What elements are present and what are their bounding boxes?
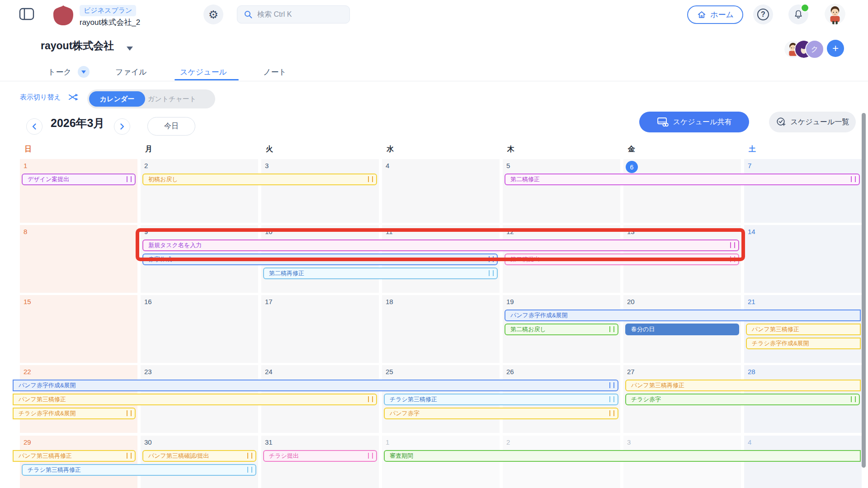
- event-resize-handle[interactable]: [368, 396, 373, 402]
- calendar-cell[interactable]: 7: [744, 159, 862, 223]
- calendar-cell[interactable]: 1: [382, 436, 500, 488]
- calendar-cell[interactable]: 2: [503, 436, 620, 488]
- event-resize-handle[interactable]: [609, 410, 614, 416]
- event-resize-handle[interactable]: [127, 176, 132, 182]
- calendar-event[interactable]: 第二稿再修正: [263, 267, 498, 279]
- tab-notes[interactable]: ノート: [263, 67, 287, 77]
- date-label: 10: [265, 228, 273, 235]
- date-label: 29: [24, 438, 31, 446]
- calendar-event[interactable]: パンフ第三稿確認/提出: [142, 450, 256, 462]
- next-month-button[interactable]: [114, 118, 130, 135]
- calendar-event[interactable]: チラシ赤字作成&展開: [13, 408, 136, 419]
- settings-gear-button[interactable]: ⚙: [203, 5, 223, 24]
- event-resize-handle[interactable]: [127, 453, 132, 459]
- scrollbar[interactable]: [862, 113, 866, 468]
- event-resize-handle[interactable]: [730, 256, 735, 262]
- event-resize-handle[interactable]: [730, 242, 735, 248]
- event-resize-handle[interactable]: [489, 270, 494, 276]
- calendar-event[interactable]: 第二稿提出: [505, 253, 739, 265]
- calendar-event[interactable]: チラシ第三稿再修正: [22, 464, 256, 476]
- add-member-button[interactable]: +: [827, 40, 844, 57]
- calendar-cell[interactable]: 17: [261, 295, 379, 363]
- notifications-button[interactable]: [788, 5, 808, 24]
- schedule-share-button[interactable]: スケジュール共有: [639, 112, 749, 132]
- tab-schedule[interactable]: スケジュール: [180, 67, 227, 77]
- user-avatar[interactable]: [825, 4, 845, 24]
- calendar-cell[interactable]: 4: [382, 159, 500, 223]
- calendar-cell[interactable]: 2: [141, 159, 258, 223]
- calendar-event[interactable]: チラシ赤字: [625, 394, 860, 405]
- event-resize-handle[interactable]: [368, 176, 373, 182]
- calendar-event[interactable]: パンフ第三稿再修正: [13, 450, 136, 462]
- event-label: パンフ赤字作成&展開: [19, 382, 76, 389]
- calendar-cell[interactable]: 1: [20, 159, 137, 223]
- date-label: 27: [627, 368, 635, 375]
- sidebar-toggle-button[interactable]: [19, 7, 34, 21]
- event-resize-handle[interactable]: [368, 453, 373, 459]
- home-label: ホーム: [710, 9, 734, 20]
- calendar-event[interactable]: 第二稿修正: [505, 174, 860, 185]
- calendar-event[interactable]: 第二稿お戻し: [505, 324, 618, 335]
- weekday-header: 火: [266, 145, 273, 154]
- calendar-event[interactable]: 審査期間: [384, 450, 861, 462]
- calendar-cell[interactable]: 6: [623, 159, 741, 223]
- calendar-cell[interactable]: 30: [141, 436, 258, 488]
- schedule-list-button[interactable]: スケジュール一覧: [769, 112, 856, 132]
- event-resize-handle[interactable]: [247, 453, 252, 459]
- calendar-event[interactable]: チラシ提出: [263, 450, 377, 462]
- calendar-event[interactable]: パンフ赤字: [384, 408, 618, 419]
- calendar-cell[interactable]: 8: [20, 225, 137, 293]
- event-label: パンフ第三稿修正: [752, 326, 799, 333]
- event-resize-handle[interactable]: [127, 410, 132, 416]
- calendar-event[interactable]: パンフ第三稿修正: [746, 324, 861, 335]
- search-input[interactable]: 検索 Ctrl K: [237, 5, 350, 23]
- calendar-event[interactable]: チラシ第三稿修正: [384, 394, 618, 405]
- calendar-cell[interactable]: 5: [503, 159, 620, 223]
- workspace-dropdown-caret[interactable]: [127, 47, 133, 51]
- today-button[interactable]: 今日: [147, 117, 195, 136]
- calendar-event[interactable]: パンフ赤字作成&展開: [505, 310, 861, 321]
- calendar-cell[interactable]: 3: [261, 159, 379, 223]
- date-label: 25: [386, 368, 393, 375]
- calendar-cell[interactable]: 4: [744, 436, 862, 488]
- event-resize-handle[interactable]: [489, 256, 494, 262]
- member-avatar-3[interactable]: ク: [805, 40, 824, 59]
- calendar-cell[interactable]: 15: [20, 295, 137, 363]
- calendar-cell[interactable]: 29: [20, 436, 137, 488]
- chevron-left-icon: [31, 123, 38, 130]
- help-button[interactable]: ?: [753, 5, 773, 24]
- prev-month-button[interactable]: [26, 118, 42, 135]
- calendar-event[interactable]: パンフ赤字作成&展開: [13, 380, 618, 391]
- calendar-cell[interactable]: 16: [141, 295, 258, 363]
- tab-talk[interactable]: トーク: [48, 67, 71, 77]
- date-label: 24: [265, 368, 273, 375]
- event-resize-handle[interactable]: [609, 326, 614, 332]
- event-resize-handle[interactable]: [247, 467, 252, 473]
- event-label: 新規タスク名を入力: [148, 242, 202, 249]
- calendar-event[interactable]: 初稿お戻し: [142, 174, 377, 185]
- calendar-event[interactable]: 赤字作成: [142, 253, 498, 265]
- plus-icon: +: [832, 42, 839, 55]
- event-resize-handle[interactable]: [851, 176, 856, 182]
- gantt-view-button[interactable]: ガントチャート: [148, 95, 196, 103]
- calendar-event[interactable]: デザイン案提出: [22, 174, 136, 185]
- calendar-event[interactable]: パンフ第三稿再修正: [625, 380, 861, 391]
- calendar-view-button[interactable]: カレンダー: [89, 91, 145, 107]
- calendar-event[interactable]: 新規タスク名を入力: [142, 239, 739, 251]
- calendar-cell[interactable]: 18: [382, 295, 500, 363]
- event-resize-handle[interactable]: [609, 396, 614, 402]
- event-resize-handle[interactable]: [851, 396, 856, 402]
- date-label: 23: [144, 368, 152, 375]
- event-resize-handle[interactable]: [609, 382, 614, 388]
- calendar-cell[interactable]: 3: [623, 436, 741, 488]
- talk-dropdown-button[interactable]: [78, 66, 90, 78]
- calendar-event[interactable]: チラシ赤字作成&展開: [746, 338, 861, 349]
- calendar-cell[interactable]: 14: [744, 225, 862, 293]
- home-button[interactable]: ホーム: [687, 5, 743, 24]
- tab-files[interactable]: ファイル: [115, 67, 147, 77]
- weekday-header: 月: [145, 145, 152, 154]
- event-label: 赤字作成: [148, 256, 172, 263]
- plan-badge: ビジネスプラン: [80, 5, 136, 16]
- calendar-event[interactable]: パンフ第三稿修正: [13, 394, 377, 405]
- calendar-cell[interactable]: 31: [261, 436, 379, 488]
